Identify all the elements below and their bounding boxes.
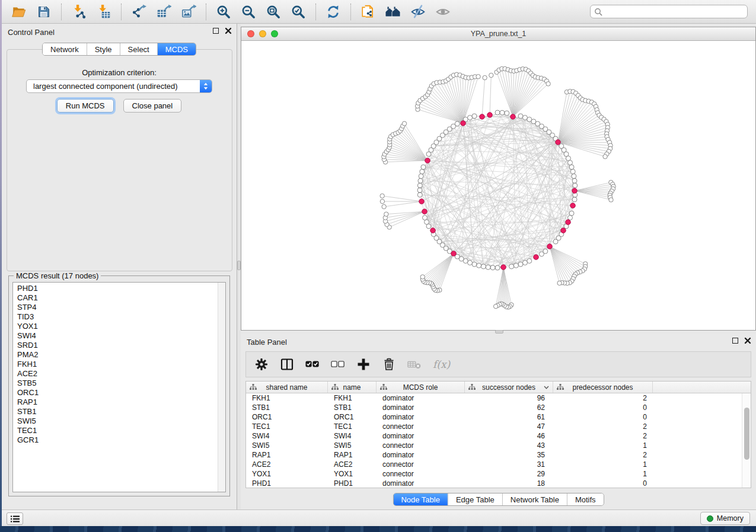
- table-row[interactable]: YOX1YOX1connector291: [246, 469, 751, 479]
- select-all-columns-icon[interactable]: [305, 357, 320, 371]
- cell-shared_name[interactable]: FKH1: [246, 394, 328, 402]
- tab-edge-table[interactable]: Edge Table: [448, 493, 502, 505]
- mcds-result-item[interactable]: STP4: [17, 303, 217, 312]
- network-hub-node[interactable]: [566, 220, 571, 225]
- import-network-icon[interactable]: [69, 2, 88, 21]
- cell-mcds_role[interactable]: connector: [377, 422, 465, 431]
- cell-name[interactable]: FKH1: [328, 394, 377, 402]
- table-scrollbar[interactable]: [742, 393, 751, 488]
- cell-shared_name[interactable]: PHD1: [246, 479, 328, 488]
- cell-mcds_role[interactable]: dominator: [377, 403, 465, 412]
- zoom-fit-icon[interactable]: [264, 2, 283, 21]
- cell-mcds_role[interactable]: connector: [377, 470, 465, 478]
- mcds-result-item[interactable]: SRD1: [17, 341, 217, 350]
- column-header-name[interactable]: name: [328, 382, 377, 393]
- mcds-result-item[interactable]: SWI5: [17, 416, 217, 426]
- cell-successor_nodes[interactable]: 46: [465, 432, 553, 440]
- optimization-criterion-select[interactable]: largest connected component (undirected): [26, 79, 212, 93]
- cell-successor_nodes[interactable]: 47: [465, 422, 553, 431]
- table-row[interactable]: ORC1ORC1dominator610: [246, 412, 751, 422]
- tab-mcds[interactable]: MCDS: [157, 43, 196, 55]
- column-header-shared-name[interactable]: shared name: [246, 382, 328, 393]
- network-canvas[interactable]: [241, 41, 755, 330]
- clone-network-icon[interactable]: [359, 2, 378, 21]
- mcds-result-list[interactable]: PHD1CAR1STP4TID3YOX1SWI4SRD1PMA2FKH1ACE2…: [12, 282, 226, 492]
- network-hub-node[interactable]: [556, 140, 561, 145]
- cell-successor_nodes[interactable]: 31: [465, 460, 553, 469]
- close-table-panel-icon[interactable]: [744, 337, 751, 344]
- table-row[interactable]: TEC1TEC1connector472: [246, 422, 751, 431]
- export-table-icon[interactable]: [154, 2, 173, 21]
- cell-name[interactable]: TEC1: [328, 422, 377, 431]
- tab-motifs[interactable]: Motifs: [567, 493, 604, 505]
- mcds-result-item[interactable]: YOX1: [17, 322, 217, 331]
- float-panel-icon[interactable]: [213, 28, 219, 34]
- network-hub-node[interactable]: [570, 203, 576, 209]
- open-session-icon[interactable]: [9, 2, 28, 21]
- cell-predecessor_nodes[interactable]: 1: [553, 441, 653, 450]
- column-header-predecessor-nodes[interactable]: predecessor nodes: [553, 382, 653, 393]
- table-row[interactable]: RAP1RAP1dominator352: [246, 450, 751, 460]
- column-header-MCDS-role[interactable]: MCDS role: [377, 382, 465, 393]
- cell-mcds_role[interactable]: dominator: [377, 432, 465, 440]
- column-browser-icon[interactable]: [280, 357, 294, 371]
- network-hub-node[interactable]: [511, 114, 516, 120]
- network-hub-node[interactable]: [547, 244, 553, 249]
- horizontal-splitter-handle[interactable]: [495, 330, 503, 334]
- cell-mcds_role[interactable]: dominator: [377, 394, 465, 402]
- cell-predecessor_nodes[interactable]: 2: [553, 451, 653, 459]
- network-hub-node[interactable]: [572, 188, 578, 194]
- cell-name[interactable]: PHD1: [328, 479, 377, 488]
- network-nodes[interactable]: [380, 66, 615, 309]
- cell-predecessor_nodes[interactable]: 1: [553, 460, 653, 469]
- close-panel-icon[interactable]: [225, 27, 232, 34]
- search-input[interactable]: [602, 8, 744, 16]
- cell-name[interactable]: SWI4: [328, 432, 377, 440]
- cell-successor_nodes[interactable]: 35: [465, 451, 553, 459]
- cell-shared_name[interactable]: YOX1: [246, 470, 328, 478]
- table-scrollbar-thumb[interactable]: [744, 408, 749, 460]
- cell-name[interactable]: YOX1: [328, 470, 377, 478]
- mcds-result-item[interactable]: GCR1: [17, 435, 217, 445]
- cell-predecessor_nodes[interactable]: 2: [553, 422, 653, 431]
- cell-name[interactable]: ACE2: [328, 460, 377, 469]
- cell-successor_nodes[interactable]: 43: [465, 441, 553, 450]
- memory-button[interactable]: Memory: [700, 512, 750, 525]
- mcds-list-scrollbar[interactable]: [218, 283, 225, 492]
- cell-shared_name[interactable]: SWI5: [246, 441, 328, 450]
- network-hub-node[interactable]: [419, 199, 425, 204]
- cell-shared_name[interactable]: STB1: [246, 403, 328, 412]
- mcds-result-item[interactable]: STB5: [17, 379, 217, 388]
- cell-predecessor_nodes[interactable]: 0: [553, 479, 653, 488]
- float-table-panel-icon[interactable]: [732, 338, 738, 344]
- tab-network[interactable]: Network: [43, 43, 87, 55]
- mcds-result-item[interactable]: PHD1: [17, 284, 217, 293]
- mcds-result-item[interactable]: STB1: [17, 407, 217, 416]
- create-column-icon[interactable]: [356, 357, 371, 371]
- mcds-result-item[interactable]: FKH1: [17, 360, 217, 369]
- cell-successor_nodes[interactable]: 62: [465, 403, 553, 412]
- zoom-out-icon[interactable]: [239, 2, 258, 21]
- cell-shared_name[interactable]: ACE2: [246, 460, 328, 469]
- deselect-all-columns-icon[interactable]: [331, 357, 345, 371]
- table-row[interactable]: PHD1PHD1dominator180: [246, 479, 751, 488]
- show-panels-menu-button[interactable]: [7, 512, 23, 525]
- cell-shared_name[interactable]: ORC1: [246, 413, 328, 421]
- network-hub-node[interactable]: [487, 113, 493, 118]
- zoom-selected-icon[interactable]: [289, 2, 308, 21]
- cell-shared_name[interactable]: TEC1: [246, 422, 328, 431]
- tab-node-table[interactable]: Node Table: [393, 493, 448, 505]
- mcds-result-item[interactable]: RAP1: [17, 398, 217, 407]
- reset-view-icon[interactable]: [384, 2, 403, 21]
- table-row[interactable]: STB1STB1dominator620: [246, 403, 751, 412]
- zoom-in-icon[interactable]: [214, 2, 233, 21]
- cell-shared_name[interactable]: RAP1: [246, 451, 328, 459]
- show-panels-icon[interactable]: [433, 2, 452, 21]
- import-table-icon[interactable]: [94, 2, 113, 21]
- mcds-result-item[interactable]: TID3: [17, 312, 217, 322]
- tab-select[interactable]: Select: [120, 43, 157, 55]
- save-session-icon[interactable]: [34, 2, 53, 21]
- cell-mcds_role[interactable]: dominator: [377, 479, 465, 488]
- cell-mcds_role[interactable]: connector: [377, 441, 465, 450]
- network-hub-node[interactable]: [422, 209, 428, 214]
